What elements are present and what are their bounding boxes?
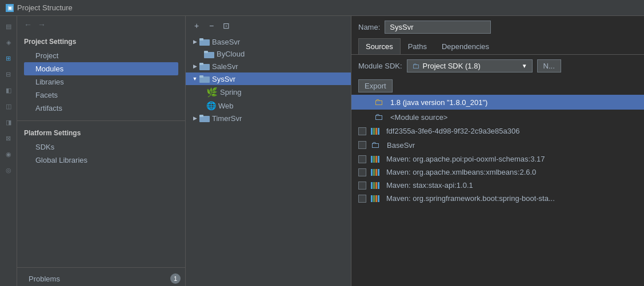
settings-item-project[interactable]: Project	[24, 49, 178, 62]
sidebar-icon-1[interactable]: ▤	[2, 19, 15, 33]
export-panel: Export 🗀 1.8 (java version "1.8.0_201") …	[351, 77, 644, 286]
export-label-jdk18: 1.8 (java version "1.8.0_201")	[390, 98, 487, 107]
export-item-fdf2355a[interactable]: fdf2355a-3fe6-4d98-9f32-2c9a3e85a306	[351, 124, 644, 138]
label-timer-svr: TimerSvr	[212, 114, 242, 123]
tree-item-sys-svr[interactable]: ▼ SysSvr	[186, 72, 351, 85]
sidebar-icon-10[interactable]: ◎	[2, 163, 15, 177]
checkbox-base-svr-dep[interactable]	[358, 141, 366, 149]
sidebar-icon-3[interactable]: ⊞	[2, 51, 15, 65]
sdk-next-button[interactable]: N...	[537, 59, 561, 72]
export-item-maven-stax[interactable]: Maven: stax:stax-api:1.0.1	[351, 179, 644, 192]
sidebar-icon-4[interactable]: ⊟	[2, 67, 15, 81]
sidebar-icon-7[interactable]: ◨	[2, 115, 15, 129]
sidebar-icon-5[interactable]: ◧	[2, 83, 15, 97]
platform-settings-title: Platform Settings	[24, 129, 178, 137]
arrow-base-svr: ▶	[190, 37, 199, 46]
name-input[interactable]	[385, 21, 491, 34]
app-icon: ▣	[6, 4, 14, 12]
arrow-sale-svr: ▶	[190, 62, 199, 71]
remove-module-button[interactable]: −	[205, 19, 218, 32]
export-button[interactable]: Export	[358, 79, 393, 92]
svg-rect-6	[199, 63, 203, 65]
export-label-maven-stax: Maven: stax:stax-api:1.0.1	[386, 181, 473, 190]
settings-item-sdks[interactable]: SDKs	[24, 140, 178, 154]
problems-label: Problems	[29, 275, 60, 283]
forward-button[interactable]: →	[35, 18, 48, 31]
icon-sidebar: ▤ ◈ ⊞ ⊟ ◧ ◫ ◨ ⊠ ◉ ◎	[0, 16, 17, 286]
spring-icon: 🌿	[206, 87, 218, 98]
tab-sources[interactable]: Sources	[358, 38, 401, 54]
checkbox-maven-stax[interactable]	[358, 182, 366, 190]
sidebar-icon-8[interactable]: ⊠	[2, 131, 15, 145]
sdk-folder-icon: 🗀	[412, 62, 419, 70]
checkbox-maven-poi[interactable]	[358, 155, 366, 163]
tab-paths[interactable]: Paths	[401, 38, 434, 54]
export-item-jdk18[interactable]: 🗀 1.8 (java version "1.8.0_201")	[351, 95, 644, 110]
folder-icon-timer-svr	[199, 114, 210, 122]
dep-icon-maven-spring-boot	[371, 195, 379, 202]
problems-badge: 1	[170, 273, 181, 284]
export-item-maven-spring-boot[interactable]: Maven: org.springframework.boot:spring-b…	[351, 192, 644, 205]
svg-rect-8	[199, 75, 203, 78]
export-toolbar: Export	[351, 77, 644, 95]
copy-module-button[interactable]: ⊡	[220, 19, 233, 32]
back-button[interactable]: ←	[22, 18, 34, 31]
settings-item-modules[interactable]: Modules	[24, 62, 178, 75]
left-panel: ← → Project Settings Project Modules Lib…	[17, 16, 186, 286]
arrow-sys-svr: ▼	[190, 74, 199, 83]
label-spring: Spring	[220, 88, 242, 96]
tree-item-web[interactable]: 🌐 Web	[186, 99, 351, 112]
name-row: Name:	[351, 16, 644, 38]
platform-settings-section: Platform Settings SDKs Global Libraries	[17, 124, 185, 169]
export-item-maven-xmlbeans[interactable]: Maven: org.apache.xmlbeans:xmlbeans:2.6.…	[351, 166, 644, 179]
problems-item[interactable]: Problems 1	[17, 271, 185, 286]
folder-icon-base-svr-dep: 🗀	[371, 140, 380, 150]
export-label-base-svr-dep: BaseSvr	[387, 141, 415, 150]
sdk-label: Module SDK:	[358, 62, 402, 70]
sidebar-icon-6[interactable]: ◫	[2, 99, 15, 113]
web-icon: 🌐	[206, 101, 216, 110]
dep-icon-maven-stax	[371, 182, 379, 189]
sdk-value: Project SDK (1.8)	[423, 62, 481, 70]
settings-item-global-libraries[interactable]: Global Libraries	[24, 154, 178, 167]
export-item-module-source[interactable]: 🗀 <Module source>	[351, 110, 644, 124]
settings-item-facets[interactable]: Facets	[24, 88, 178, 102]
sidebar-icon-9[interactable]: ◉	[2, 147, 15, 161]
export-item-base-svr-dep[interactable]: 🗀 BaseSvr	[351, 138, 644, 152]
checkbox-maven-spring-boot[interactable]	[358, 195, 366, 203]
project-settings-title: Project Settings	[24, 38, 178, 46]
tab-dependencies[interactable]: Dependencies	[434, 38, 497, 54]
add-module-button[interactable]: +	[190, 19, 203, 32]
dep-icon-maven-xmlbeans	[371, 169, 379, 176]
tree-item-spring[interactable]: 🌿 Spring	[186, 85, 351, 99]
folder-icon-jdk: 🗀	[374, 97, 383, 107]
arrow-timer-svr: ▶	[190, 114, 199, 123]
settings-item-artifacts[interactable]: Artifacts	[24, 102, 178, 115]
export-label-fdf2355a: fdf2355a-3fe6-4d98-9f32-2c9a3e85a306	[386, 127, 519, 135]
svg-rect-2	[199, 38, 203, 41]
tree-item-sale-svr[interactable]: ▶ SaleSvr	[186, 60, 351, 72]
sdk-select[interactable]: 🗀 Project SDK (1.8) ▼	[407, 59, 533, 72]
tree-item-by-cloud[interactable]: ByCloud	[186, 48, 351, 60]
tree-item-timer-svr[interactable]: ▶ TimerSvr	[186, 112, 351, 124]
folder-icon-base-svr	[199, 38, 210, 46]
checkbox-fdf2355a[interactable]	[358, 127, 366, 135]
label-web: Web	[218, 102, 234, 110]
export-list: 🗀 1.8 (java version "1.8.0_201") 🗀 <Modu…	[351, 95, 644, 286]
dep-icon-maven-poi	[371, 156, 379, 163]
module-toolbar: + − ⊡	[186, 16, 351, 35]
checkbox-maven-xmlbeans[interactable]	[358, 168, 366, 176]
label-sys-svr: SysSvr	[212, 75, 235, 83]
export-label-module-source: <Module source>	[390, 113, 447, 122]
svg-rect-4	[204, 51, 208, 53]
window-title: Project Structure	[17, 3, 73, 12]
export-item-maven-poi[interactable]: Maven: org.apache.poi:poi-ooxml-schemas:…	[351, 152, 644, 166]
modules-tree: ▶ BaseSvr ByCloud ▶	[186, 35, 351, 286]
right-panel: Name: Sources Paths Dependencies Module …	[351, 16, 644, 286]
project-settings-section: Project Settings Project Modules Librari…	[17, 33, 185, 117]
tree-item-base-svr[interactable]: ▶ BaseSvr	[186, 35, 351, 48]
settings-item-libraries[interactable]: Libraries	[24, 75, 178, 88]
label-sale-svr: SaleSvr	[212, 62, 238, 71]
folder-icon-sys-svr	[199, 75, 210, 83]
sidebar-icon-2[interactable]: ◈	[2, 35, 15, 49]
